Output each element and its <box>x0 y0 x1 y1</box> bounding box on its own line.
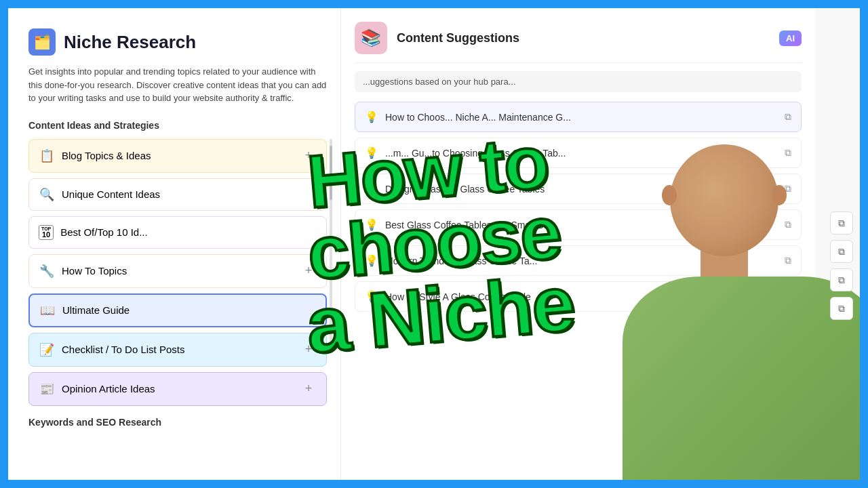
best-of-left: TOP 10 Best Of/Top 10 Id... <box>39 225 148 240</box>
checklist-icon: 📝 <box>39 342 55 357</box>
bulb-icon-2: 💡 <box>365 146 378 159</box>
bulb-icon-3: 💡 <box>365 182 378 195</box>
topic-item-1[interactable]: 💡 How to Choos... Niche A... Maintenance… <box>355 102 802 132</box>
opinion-label: Opinion Article Ideas <box>62 383 155 394</box>
ultimate-label: Ultimate Guide <box>62 304 130 316</box>
best-of-label: Best Of/Top 10 Id... <box>60 226 147 238</box>
main-container: 🗂️ Niche Research Get insights into popu… <box>8 8 860 480</box>
ai-badge: AI <box>779 30 802 46</box>
sidebar-item-ultimate-guide[interactable]: 📖 Ultimate Guide <box>28 293 327 327</box>
unique-content-label: Unique Content Ideas <box>62 188 160 200</box>
blog-topics-plus-btn[interactable]: + <box>300 148 317 164</box>
keywords-section-label: Keywords and SEO Research <box>28 417 327 428</box>
copy-btn-2[interactable]: ⧉ <box>830 240 853 263</box>
ai-badge-label: AI <box>786 33 795 43</box>
howto-icon: 🔧 <box>39 264 55 279</box>
unique-content-icon: 🔍 <box>39 187 55 202</box>
person-overlay <box>575 141 860 480</box>
content-section-label: Content Ideas and Strategies <box>28 120 327 131</box>
checklist-plus-btn[interactable]: + <box>300 342 317 358</box>
header-row: 🗂️ Niche Research <box>28 28 327 56</box>
content-list: 📋 Blog Topics & Ideas + 🔍 Unique Content… <box>28 139 327 406</box>
topic-text-6: How To Style A Glass Coffee Table <box>385 291 531 302</box>
copy-buttons-panel: ⧉ ⧉ ⧉ ⧉ <box>830 198 853 320</box>
blog-topics-label: Blog Topics & Ideas <box>62 150 151 161</box>
sidebar-item-unique-content[interactable]: 🔍 Unique Content Ideas <box>28 178 327 211</box>
header-description: Get insights into popular and trending t… <box>28 65 327 105</box>
niche-research-icon: 🗂️ <box>28 28 56 56</box>
copy-icon-1[interactable]: ⧉ <box>785 111 791 123</box>
sidebar-item-best-of[interactable]: TOP 10 Best Of/Top 10 Id... <box>28 216 327 249</box>
sidebar-item-blog-topics[interactable]: 📋 Blog Topics & Ideas + <box>28 139 327 173</box>
topic-text-4: Best Glass Coffee Tables For Small S... <box>385 220 551 230</box>
content-panel-titles: Content Suggestions <box>397 31 519 45</box>
topic-text-3: Design Ideas For Glass Coffee Tables <box>385 184 545 195</box>
content-panel-title: Content Suggestions <box>397 31 519 45</box>
suggestions-text: ...uggestions based on your hub para... <box>355 71 802 92</box>
best-of-icon: TOP 10 <box>39 225 54 240</box>
sidebar-item-checklist[interactable]: 📝 Checklist / To Do List Posts + <box>28 333 327 367</box>
bulb-icon-1: 💡 <box>365 110 378 123</box>
howto-label: How To Topics <box>62 265 127 277</box>
copy-btn-4[interactable]: ⧉ <box>830 297 853 320</box>
left-panel: 🗂️ Niche Research Get insights into popu… <box>8 8 340 480</box>
person-head <box>670 144 778 256</box>
bulb-icon-4: 💡 <box>365 218 378 231</box>
right-panel: 📚 Content Suggestions AI ...uggestions b… <box>340 8 860 480</box>
copy-btn-1[interactable]: ⧉ <box>830 211 853 235</box>
sidebar-item-opinion[interactable]: 📰 Opinion Article Ideas + <box>28 372 327 406</box>
scrollbar[interactable] <box>330 139 332 342</box>
topic-text-5: Modern Trends In Glass Coffee Ta... <box>385 256 537 266</box>
person-shirt <box>623 277 860 480</box>
opinion-icon: 📰 <box>39 382 55 396</box>
unique-content-left: 🔍 Unique Content Ideas <box>39 187 160 202</box>
checklist-label: Checklist / To Do List Posts <box>62 344 184 355</box>
topic-text-1: How to Choos... Niche A... Maintenance G… <box>385 112 571 123</box>
ultimate-icon: 📖 <box>39 303 56 318</box>
ultimate-left: 📖 Ultimate Guide <box>39 303 130 318</box>
copy-btn-3[interactable]: ⧉ <box>830 268 853 291</box>
scrollbar-thumb <box>330 146 332 200</box>
checklist-left: 📝 Checklist / To Do List Posts <box>39 342 184 357</box>
page-title: Niche Research <box>64 32 196 53</box>
bulb-icon-5: 💡 <box>365 254 378 267</box>
content-panel-icon: 📚 <box>355 22 387 54</box>
opinion-left: 📰 Opinion Article Ideas <box>39 382 155 396</box>
blog-topics-icon: 📋 <box>39 148 55 163</box>
howto-plus-btn[interactable]: + <box>300 263 317 279</box>
content-panel-header: 📚 Content Suggestions AI <box>355 22 802 63</box>
bulb-icon-6: 💡 <box>365 290 378 303</box>
sidebar-item-howto[interactable]: 🔧 How To Topics + <box>28 254 327 288</box>
howto-left: 🔧 How To Topics <box>39 264 127 279</box>
topic-text-2: ...m... Gu...to Choosing Glass Coffee Ta… <box>385 148 566 159</box>
blog-topics-left: 📋 Blog Topics & Ideas <box>39 148 151 163</box>
opinion-plus-btn[interactable]: + <box>300 381 317 397</box>
